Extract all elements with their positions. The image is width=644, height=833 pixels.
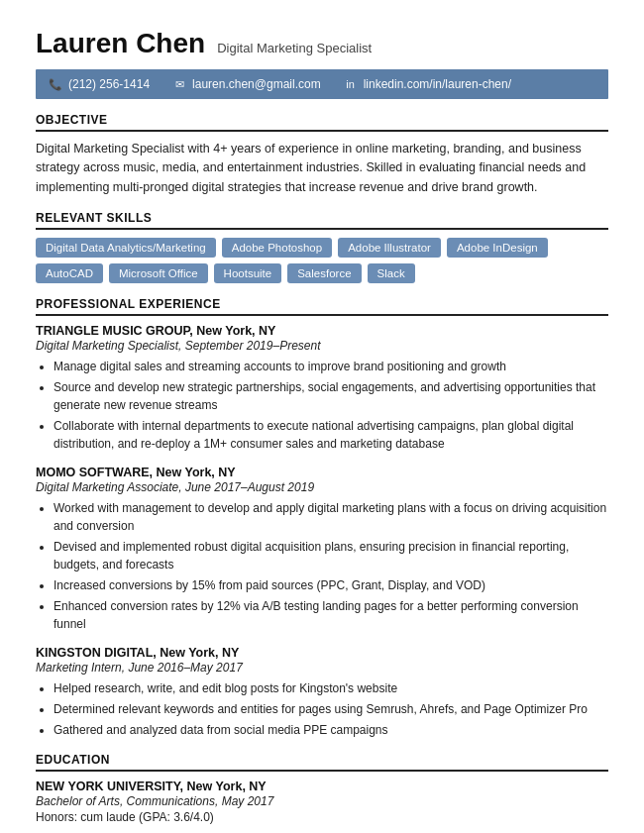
skill-badge: Adobe InDesign <box>447 238 548 258</box>
skill-badge: Adobe Photoshop <box>222 238 332 258</box>
contact-email: ✉ lauren.chen@gmail.com <box>171 76 321 92</box>
job-bullet: Increased conversions by 15% from paid s… <box>54 576 608 594</box>
edu-school: NEW YORK UNIVERSITY, New York, NY <box>36 780 608 793</box>
linkedin-icon: in <box>343 76 359 92</box>
job-title-date: Digital Marketing Specialist, September … <box>36 339 608 353</box>
job-bullet: Helped research, write, and edit blog po… <box>54 679 608 697</box>
job-block: KINGSTON DIGITAL, New York, NYMarketing … <box>36 646 608 739</box>
skill-badge: AutoCAD <box>36 263 103 283</box>
job-company: MOMO SOFTWARE, New York, NY <box>36 466 608 479</box>
candidate-title: Digital Marketing Specialist <box>217 41 372 55</box>
skills-section-header: RELEVANT SKILLS <box>36 211 608 230</box>
education-section-header: EDUCATION <box>36 753 608 772</box>
job-title-date: Marketing Intern, June 2016–May 2017 <box>36 661 608 675</box>
contact-bar: 📞 (212) 256-1414 ✉ lauren.chen@gmail.com… <box>36 69 608 99</box>
edu-honors: Honors: cum laude (GPA: 3.6/4.0) <box>36 810 608 824</box>
job-company: KINGSTON DIGITAL, New York, NY <box>36 646 608 660</box>
skill-badge: Slack <box>368 263 415 283</box>
job-company: TRIANGLE MUSIC GROUP, New York, NY <box>36 324 608 338</box>
skill-badge: Microsoft Office <box>109 263 208 283</box>
objective-section-header: OBJECTIVE <box>36 113 608 132</box>
email-icon: ✉ <box>171 76 187 92</box>
job-bullet: Manage digital sales and streaming accou… <box>54 358 608 375</box>
phone-icon: 📞 <box>48 76 63 92</box>
job-bullet: Determined relevant keywords and entitie… <box>54 700 608 718</box>
skill-badge: Hootsuite <box>214 263 282 283</box>
header-section: Lauren Chen Digital Marketing Specialist <box>36 28 608 59</box>
experience-section-header: PROFESSIONAL EXPERIENCE <box>36 297 608 316</box>
job-bullet: Enhanced conversion rates by 12% via A/B… <box>54 597 608 633</box>
job-block: MOMO SOFTWARE, New York, NYDigital Marke… <box>36 466 608 633</box>
objective-text: Digital Marketing Specialist with 4+ yea… <box>36 140 608 197</box>
job-title-date: Digital Marketing Associate, June 2017–A… <box>36 480 608 494</box>
job-block: TRIANGLE MUSIC GROUP, New York, NYDigita… <box>36 324 608 453</box>
edu-degree: Bachelor of Arts, Communications, May 20… <box>36 794 608 808</box>
job-bullet: Collaborate with internal departments to… <box>54 417 608 453</box>
experience-container: TRIANGLE MUSIC GROUP, New York, NYDigita… <box>36 324 608 739</box>
job-bullet: Worked with management to develop and ap… <box>54 499 608 535</box>
skill-badge: Salesforce <box>287 263 361 283</box>
job-bullet: Gathered and analyzed data from social m… <box>54 721 608 739</box>
job-bullet: Source and develop new strategic partner… <box>54 378 608 414</box>
contact-linkedin: in linkedin.com/in/lauren-chen/ <box>343 76 511 92</box>
job-bullets-list: Worked with management to develop and ap… <box>36 499 608 633</box>
skills-container: Digital Data Analytics/MarketingAdobe Ph… <box>36 238 608 283</box>
contact-phone: 📞 (212) 256-1414 <box>48 76 150 92</box>
edu-block: NEW YORK UNIVERSITY, New York, NYBachelo… <box>36 780 608 824</box>
job-bullets-list: Helped research, write, and edit blog po… <box>36 679 608 739</box>
education-container: NEW YORK UNIVERSITY, New York, NYBachelo… <box>36 780 608 824</box>
job-bullet: Devised and implemented robust digital a… <box>54 538 608 573</box>
job-bullets-list: Manage digital sales and streaming accou… <box>36 358 608 453</box>
skill-badge: Digital Data Analytics/Marketing <box>36 238 216 258</box>
skill-badge: Adobe Illustrator <box>338 238 441 258</box>
candidate-name: Lauren Chen <box>36 28 205 59</box>
